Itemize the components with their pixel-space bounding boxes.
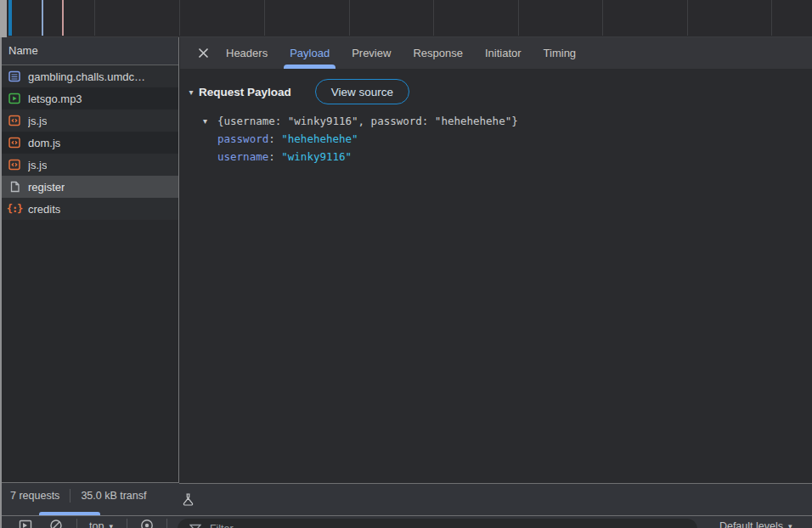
details-tabbar: HeadersPayloadPreviewResponseInitiatorTi…	[180, 37, 812, 69]
tab-initiator[interactable]: Initiator	[474, 37, 533, 69]
tab-label: Response	[413, 47, 463, 59]
timeline-gridline	[602, 0, 603, 36]
request-name: letsgo.mp3	[28, 93, 82, 105]
request-name: js.js	[28, 159, 47, 171]
transferred-size: 35.0 kB transf	[81, 490, 146, 502]
payload-key: password	[217, 132, 268, 145]
tab-payload[interactable]: Payload	[279, 37, 341, 69]
console-toolbar: top ▾ Filter Default levels ▾	[2, 516, 812, 528]
json-icon: {:}	[8, 203, 20, 215]
script-icon	[8, 159, 20, 171]
network-request-list: Name gambling.challs.umdc…letsgo.mp3js.j…	[2, 37, 179, 482]
javascript-context-select[interactable]: top ▾	[89, 520, 113, 528]
request-row-register[interactable]: register	[2, 176, 178, 198]
tab-label: Initiator	[485, 47, 522, 59]
timeline-gridline	[433, 0, 434, 36]
request-name: js.js	[28, 115, 47, 127]
clear-icon	[49, 519, 63, 528]
script-icon	[8, 137, 20, 149]
view-source-button[interactable]: View source	[315, 79, 409, 104]
eye-icon	[139, 519, 155, 528]
close-icon	[198, 48, 209, 59]
request-name: gambling.challs.umdc…	[28, 70, 145, 83]
tab-timing[interactable]: Timing	[533, 37, 588, 69]
filter-funnel-icon	[189, 524, 201, 528]
close-details-button[interactable]	[191, 37, 215, 69]
tab-preview[interactable]: Preview	[341, 37, 402, 69]
payload-entry-username[interactable]: username: "winky9116"	[203, 148, 812, 166]
window-edge-left	[0, 37, 2, 528]
request-name: dom.js	[28, 137, 60, 149]
request-payload-section-header[interactable]: ▾ Request Payload View source	[183, 79, 812, 104]
request-rows: gambling.challs.umdc…letsgo.mp3js.jsdom.…	[2, 65, 178, 220]
timeline-gridline	[94, 0, 95, 36]
request-name: register	[28, 181, 65, 194]
timeline-gridline	[179, 0, 180, 36]
timeline-gridline	[349, 0, 350, 36]
file-icon	[8, 181, 20, 193]
key-value-separator: :	[268, 150, 281, 163]
timeline-gridline	[264, 0, 265, 36]
payload-entries: password: "hehehehehe"username: "winky91…	[203, 130, 812, 166]
name-column-header[interactable]: Name	[2, 37, 178, 65]
request-row-gambling-challs-umdc-[interactable]: gambling.challs.umdc…	[2, 65, 178, 87]
timeline-gridline	[518, 0, 519, 36]
timeline-gridline	[771, 0, 772, 36]
request-name: credits	[28, 203, 60, 216]
request-row-credits[interactable]: {:}credits	[2, 198, 178, 220]
collapse-triangle-icon: ▾	[183, 87, 199, 97]
clear-console-button[interactable]	[49, 519, 63, 528]
levels-label: Default levels	[719, 520, 783, 528]
payload-summary-row[interactable]: ▾ {username: "winky9116", password: "heh…	[203, 112, 812, 130]
console-sidebar-toggle-button[interactable]	[19, 519, 32, 528]
request-row-js-js[interactable]: js.js	[2, 110, 178, 132]
timeline-gridline	[687, 0, 688, 36]
tab-label: Payload	[290, 47, 330, 59]
flask-icon	[183, 493, 194, 506]
document-icon	[8, 70, 20, 82]
live-expression-button[interactable]	[139, 519, 155, 528]
toolbar-divider	[76, 519, 77, 528]
requests-count: 7 requests	[10, 490, 59, 502]
details-tabs: HeadersPayloadPreviewResponseInitiatorTi…	[215, 37, 587, 69]
payload-value: "winky9116"	[281, 150, 352, 163]
filter-placeholder: Filter	[210, 523, 234, 528]
tab-headers[interactable]: Headers	[215, 37, 279, 69]
console-filter-input[interactable]: Filter	[178, 519, 697, 528]
domcontentloaded-marker	[42, 0, 43, 36]
tab-label: Timing	[544, 47, 577, 59]
tab-response[interactable]: Response	[402, 37, 474, 69]
payload-value: "hehehehehe"	[281, 132, 358, 145]
request-row-js-js[interactable]: js.js	[2, 154, 178, 176]
tab-label: Headers	[226, 47, 268, 59]
media-icon	[8, 93, 20, 104]
script-icon	[8, 115, 20, 126]
chevron-down-icon: ▾	[788, 522, 792, 528]
request-row-dom-js[interactable]: dom.js	[2, 132, 178, 154]
expand-triangle-icon: ▾	[203, 116, 217, 126]
active-tab-underline	[39, 512, 100, 515]
console-sidebar-icon	[19, 519, 32, 528]
payload-entry-password[interactable]: password: "hehehehehe"	[203, 130, 812, 148]
toolbar-divider	[127, 519, 127, 528]
section-title: Request Payload	[199, 86, 291, 98]
load-event-marker	[62, 0, 64, 36]
chevron-down-icon: ▾	[109, 522, 113, 528]
active-tab-underline	[284, 65, 336, 69]
window-edge-corner	[0, 0, 7, 37]
network-summary-bar: 7 requests 35.0 kB transf	[2, 482, 179, 508]
request-activity-bar	[8, 0, 12, 36]
network-overview-timeline[interactable]	[7, 0, 812, 37]
payload-json-tree: ▾ {username: "winky9116", password: "heh…	[203, 112, 812, 166]
log-levels-select[interactable]: Default levels ▾	[719, 520, 792, 528]
toolbar-divider	[166, 519, 167, 528]
request-details-pane: HeadersPayloadPreviewResponseInitiatorTi…	[180, 37, 812, 483]
context-label: top	[89, 520, 104, 528]
key-value-separator: :	[268, 132, 281, 145]
summary-divider	[70, 489, 70, 503]
request-row-letsgo-mp3[interactable]: letsgo.mp3	[2, 87, 178, 110]
payload-key: username	[217, 150, 268, 163]
payload-summary-text: {username: "winky9116", password: "heheh…	[217, 115, 518, 127]
tab-label: Preview	[352, 47, 391, 59]
